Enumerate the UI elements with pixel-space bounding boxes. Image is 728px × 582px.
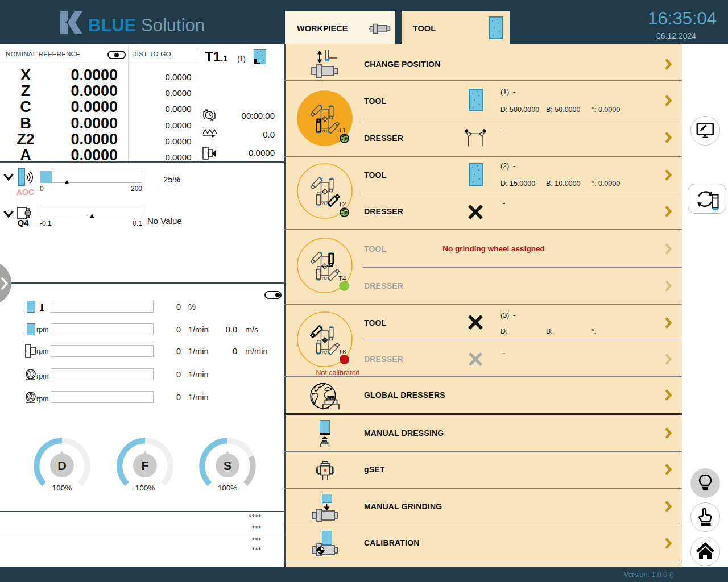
svg-text:YU: YU: [321, 276, 326, 281]
svg-text:2: 2: [29, 394, 32, 400]
svg-text:S: S: [224, 459, 231, 473]
svg-text:YU: YU: [321, 201, 326, 206]
svg-text:YU: YU: [321, 350, 326, 355]
svg-text:F: F: [141, 459, 148, 473]
svg-text:D: D: [57, 459, 67, 473]
svg-text:YU: YU: [321, 128, 327, 134]
svg-text:1: 1: [29, 371, 32, 377]
